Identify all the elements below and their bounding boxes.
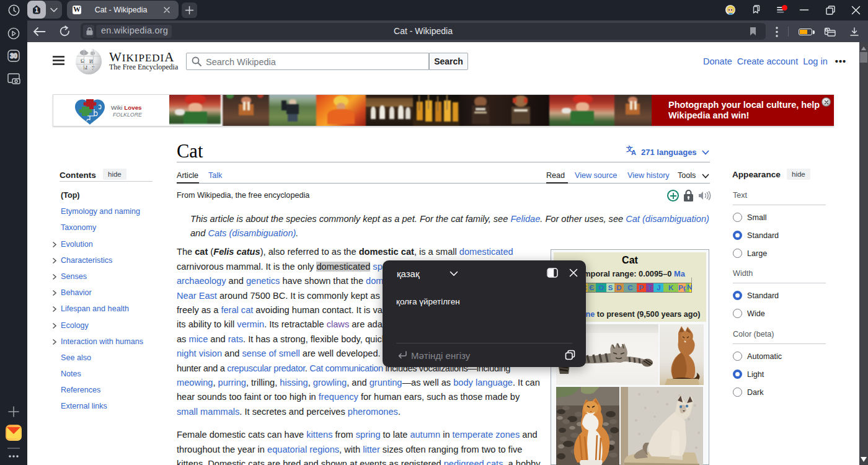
svg-text:30: 30 [10, 52, 17, 60]
svg-text:A: A [631, 149, 636, 156]
svg-text:1: 1 [35, 6, 38, 14]
